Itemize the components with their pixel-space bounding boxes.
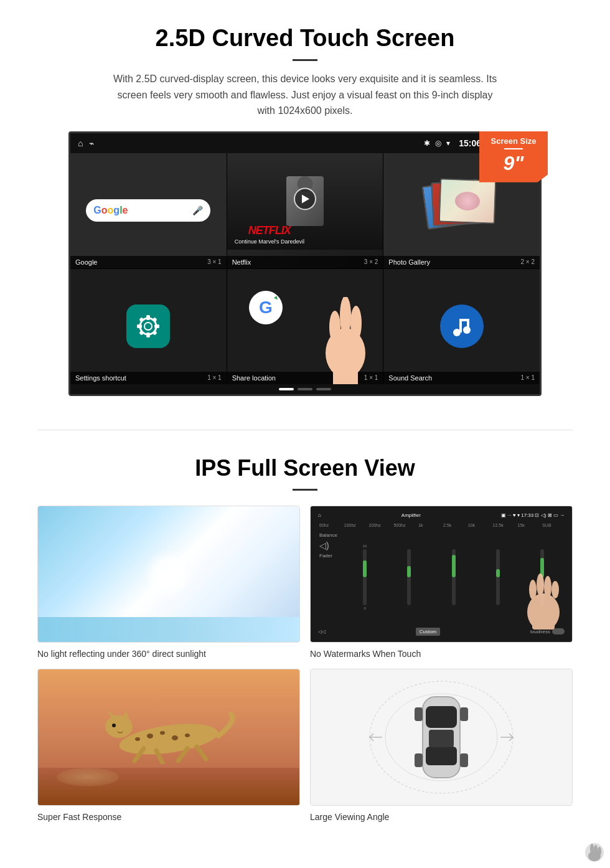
bluetooth-icon: ✱ [424,139,430,148]
home-icon[interactable]: ⌂ [78,138,83,148]
cheetah-svg [100,708,237,764]
maps-icon: G [249,291,283,328]
music-note-icon [451,315,473,337]
scroll-dot-1 [279,388,294,390]
svg-rect-4 [146,333,150,337]
gallery-cell-label: Photo Gallery 2 × 2 [383,256,540,268]
google-grid-size: 3 × 1 [207,258,222,265]
sunlight-image [37,506,300,643]
title-underline [293,59,317,61]
amplifier-image: ⌂ Amplifier ▣ ··· ♥ ▾ 17:33 ⊡ ◁) ⊠ ▭ → 6… [310,506,573,643]
eq-fill-1 [363,560,367,577]
gallery-grid-size: 2 × 2 [520,258,535,265]
netflix-logo: NETFLIX Continue Marvel's Daredevil [235,224,304,245]
badge-label: Screen Size [483,136,544,146]
cheetah-image [37,669,300,806]
watermarks-caption: No Watermarks When Touch [310,649,573,659]
svg-rect-5 [137,324,142,328]
sound-cell-label: Sound Search 1 × 1 [383,372,540,384]
scroll-dot-3 [316,388,331,390]
car-image [310,669,573,806]
hand-touch-svg [523,573,566,630]
screen-badge: Screen Size 9" [479,131,548,182]
sunlight-caption: No light reflecting under 360° direct su… [37,649,300,659]
svg-rect-6 [154,324,159,328]
pointing-hand [317,297,383,384]
share-location-cell[interactable]: G [227,269,383,384]
settings-app-cell[interactable]: Settings shortcut 1 × 1 [70,269,227,384]
svg-rect-9 [139,331,144,336]
play-button[interactable] [294,188,316,210]
touch-hand [523,573,566,632]
scroll-dot-2 [298,388,312,390]
netflix-app-name: Netflix [232,258,251,266]
svg-rect-51 [415,753,423,767]
svg-point-26 [551,581,559,598]
google-mic-icon[interactable]: 🎤 [192,205,203,215]
features-grid: No light reflecting under 360° direct su… [37,506,573,822]
feature-car: Large Viewing Angle [310,669,573,822]
netflix-app-cell[interactable]: NETFLIX Continue Marvel's Daredevil Netf… [227,153,383,268]
device-wrapper: Screen Size 9" ⌂ ⌁ ✱ ◎ ▾ 15:06 ⊡ ◁) ⊠ [68,131,542,396]
svg-rect-48 [429,730,454,747]
location-icon: ◎ [435,139,441,148]
share-app-name: Share location [232,374,276,382]
eq-fill-3 [452,555,456,577]
eq-bar-3 [432,549,474,605]
svg-point-40 [185,734,190,737]
sound-icon-wrap [440,304,484,348]
google-maps-svg: G [249,291,283,325]
car-bg [311,669,572,805]
svg-rect-49 [415,707,423,721]
eq-bar-1: 10 0 [344,544,386,610]
eq-bars: 10 0 [344,532,563,623]
wifi-icon: ▾ [446,139,450,148]
settings-grid-size: 1 × 1 [207,374,222,381]
netflix-subtitle: Continue Marvel's Daredevil [235,238,304,245]
flower-shape [454,192,480,211]
svg-rect-7 [139,318,144,323]
google-logo: Google [93,205,128,216]
eq-fill-2 [407,566,411,577]
section-divider [37,430,573,430]
svg-marker-31 [108,710,116,718]
car-caption: Large Viewing Angle [310,812,573,822]
scroll-indicator [70,384,540,394]
amp-title-label: Amplifier [401,512,421,518]
amp-home-icon: ⌂ [318,512,321,518]
section-ips: IPS Full Screen View No light reflecting… [0,449,610,841]
custom-btn[interactable]: Custom [416,628,441,636]
cheetah-bg [38,669,299,805]
svg-rect-8 [152,318,157,323]
play-triangle-icon [302,195,309,204]
google-app-name: Google [75,258,97,266]
section2-underline [293,489,317,491]
eq-fill-4 [496,569,500,578]
svg-rect-47 [426,747,457,765]
svg-rect-28 [532,622,555,630]
svg-marker-32 [123,710,129,718]
gallery-app-name: Photo Gallery [388,258,430,266]
svg-rect-3 [146,315,150,320]
hand-svg [317,297,383,384]
netflix-text: NETFLIX [248,224,291,237]
amp-status-bar: ⌂ Amplifier ▣ ··· ♥ ▾ 17:33 ⊡ ◁) ⊠ ▭ → [316,511,567,519]
dust-cloud [57,768,119,786]
amplifier-bg: ⌂ Amplifier ▣ ··· ♥ ▾ 17:33 ⊡ ◁) ⊠ ▭ → 6… [311,506,572,642]
section1-description: With 2.5D curved-display screen, this de… [112,71,498,119]
feature-sunlight: No light reflecting under 360° direct su… [37,506,300,659]
balance-label: Balance [319,532,341,538]
car-view-svg [364,675,519,800]
sound-search-cell[interactable]: Sound Search 1 × 1 [383,269,540,384]
svg-point-38 [160,731,165,735]
badge-divider [504,148,523,149]
status-bar-left: ⌂ ⌁ [78,138,94,148]
google-search-bar[interactable]: Google 🎤 [86,199,210,222]
svg-point-23 [537,573,544,596]
section1-title: 2.5D Curved Touch Screen [37,25,573,52]
google-app-cell[interactable]: Google 🎤 Google 3 × 1 [70,153,227,268]
svg-point-37 [147,734,153,738]
svg-rect-17 [333,369,358,384]
svg-point-39 [172,735,178,740]
cheetah-caption: Super Fast Response [37,812,300,822]
